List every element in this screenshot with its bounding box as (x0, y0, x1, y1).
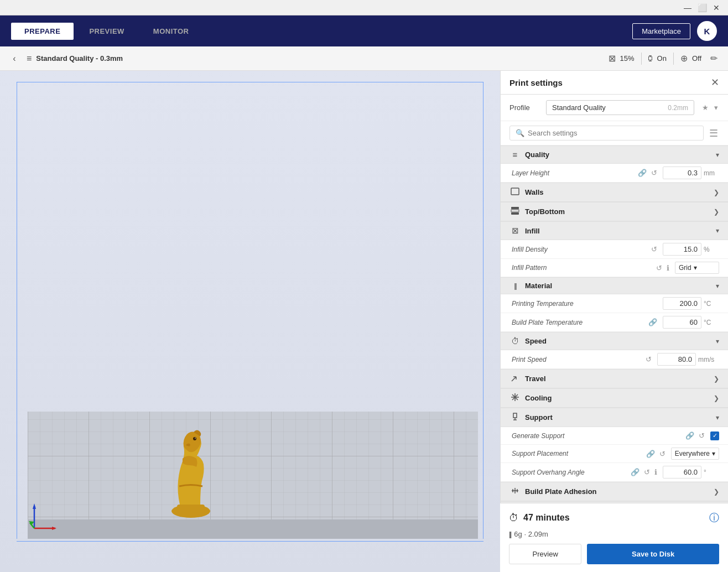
toolbar: ‹ ≡ Standard Quality - 0.3mm ⊠ 15% ⧮ On … (0, 46, 728, 71)
marketplace-button[interactable]: Marketplace (632, 23, 690, 39)
support-placement-link-button[interactable]: 🔗 (645, 449, 656, 459)
support-overhang-row: Support Overhang Angle 🔗 ↺ ℹ ° (501, 463, 728, 482)
printing-temp-label: Printing Temperature (512, 300, 658, 308)
infill-density-input[interactable] (663, 243, 701, 256)
buildplate-temp-label: Build Plate Temperature (512, 319, 647, 326)
infill-pattern-reset-button[interactable]: ↺ (655, 263, 663, 273)
support-section-icon (509, 412, 521, 423)
search-input[interactable] (528, 129, 698, 137)
infill-icon: ⊠ (609, 53, 616, 64)
tab-monitor[interactable]: MONITOR (140, 23, 202, 40)
section-walls[interactable]: Walls ❯ (501, 183, 728, 202)
search-row: 🔍 ☰ (501, 121, 728, 145)
layer-height-link-button[interactable]: 🔗 (637, 168, 648, 178)
minimize-button[interactable]: — (680, 1, 695, 15)
buildplate-adhesion-title: Build Plate Adhesion (525, 487, 709, 496)
support-overhang-reset-button[interactable]: ↺ (643, 467, 651, 477)
buildplate-temp-value-wrap: °C (663, 316, 719, 329)
topnav-right: Marketplace K (632, 21, 717, 41)
support-chevron: ▾ (716, 414, 719, 422)
support-overhang-link-button[interactable]: 🔗 (630, 467, 641, 477)
section-cooling[interactable]: Cooling ❯ (501, 388, 728, 408)
boundary-bottom (17, 541, 483, 542)
generate-support-checkbox[interactable]: ✓ (710, 431, 719, 440)
travel-section-icon (509, 373, 521, 384)
support-placement-row: Support Placement 🔗 ↺ Everywhere ▾ (501, 445, 728, 463)
quality-section-icon: ≡ (509, 150, 521, 159)
save-to-disk-button[interactable]: Save to Disk (587, 544, 719, 564)
print-speed-value-wrap: mm/s (657, 353, 719, 366)
infill-pattern-value: Grid (679, 264, 691, 272)
infill-section-icon: ⊠ (509, 226, 521, 236)
layer-height-input[interactable] (663, 167, 701, 179)
print-speed-input[interactable] (657, 353, 696, 366)
section-topbottom[interactable]: Top/Bottom ❯ (501, 202, 728, 221)
printing-temp-value-wrap: °C (663, 297, 719, 310)
time-value: 47 minutes (523, 513, 570, 523)
print-speed-row: Print Speed ↺ mm/s (501, 350, 728, 369)
support-overhang-input[interactable] (663, 466, 701, 479)
generate-support-link-button[interactable]: 🔗 (684, 430, 695, 441)
travel-section-title: Travel (525, 375, 709, 383)
print-speed-unit: mm/s (698, 356, 719, 363)
support-overhang-unit: ° (704, 469, 719, 476)
support-placement-reset-button[interactable]: ↺ (658, 449, 667, 459)
settings-menu-button[interactable]: ☰ (708, 126, 719, 141)
tab-preview[interactable]: PREVIEW (76, 23, 137, 40)
user-avatar[interactable]: K (697, 21, 717, 41)
section-travel[interactable]: Travel ❯ (501, 369, 728, 388)
bottom-bar: ⏱ 47 minutes ⓘ ||| 6g · 2.09m Preview Sa… (500, 503, 728, 572)
infill-density-reset-button[interactable]: ↺ (650, 244, 658, 254)
preview-button[interactable]: Preview (509, 544, 581, 564)
walls-chevron: ❯ (714, 189, 719, 196)
topbottom-chevron: ❯ (714, 208, 719, 216)
panel-close-button[interactable]: ✕ (711, 77, 719, 87)
layer-height-label: Layer Height (512, 169, 637, 177)
support-on-label: On (657, 54, 667, 63)
buildplate-temp-link-button[interactable]: 🔗 (647, 317, 658, 327)
tab-prepare[interactable]: PREPARE (11, 23, 74, 40)
section-quality[interactable]: ≡ Quality ▾ (501, 145, 728, 164)
infill-pattern-select[interactable]: Grid ▾ (675, 262, 719, 274)
section-speed[interactable]: ⏱ Speed ▾ (501, 332, 728, 350)
settings-list[interactable]: ≡ Quality ▾ Layer Height 🔗 ↺ mm (501, 145, 728, 537)
collapse-panel-button[interactable]: ‹ (7, 51, 22, 66)
svg-rect-2 (28, 412, 478, 522)
buildplate-temp-input[interactable] (663, 316, 701, 329)
viewport[interactable] (0, 71, 500, 572)
close-button[interactable]: ✕ (709, 1, 724, 15)
generate-support-reset-button[interactable]: ↺ (698, 430, 706, 441)
section-support[interactable]: Support ▾ (501, 408, 728, 427)
profile-select[interactable]: Standard Quality 0.2mm (546, 100, 694, 115)
printing-temp-input[interactable] (663, 297, 701, 310)
cooling-chevron: ❯ (714, 394, 719, 402)
print-speed-reset-button[interactable]: ↺ (644, 354, 653, 365)
info-button[interactable]: ⓘ (709, 511, 719, 524)
section-buildplate-adhesion[interactable]: Build Plate Adhesion ❯ (501, 482, 728, 501)
speed-chevron: ▾ (716, 337, 719, 345)
material-section-icon: ||| (509, 282, 521, 290)
topnav: PREPARE PREVIEW MONITOR Marketplace K (0, 15, 728, 46)
maximize-button[interactable]: ⬜ (695, 1, 709, 15)
quality-label: Standard Quality - 0.3mm (36, 54, 123, 63)
material-value: 6g · 2.09m (514, 530, 548, 538)
profile-row: Profile Standard Quality 0.2mm ★ ▾ (501, 95, 728, 121)
infill-density-actions: ↺ (650, 244, 658, 254)
buildplate-temp-actions: 🔗 (647, 317, 658, 327)
support-placement-select[interactable]: Everywhere ▾ (671, 448, 719, 460)
infill-pattern-info-button[interactable]: ℹ (665, 263, 670, 273)
section-infill[interactable]: ⊠ Infill ▾ (501, 221, 728, 240)
layer-height-reset-button[interactable]: ↺ (650, 168, 658, 178)
svg-rect-16 (511, 212, 519, 215)
profile-star-button[interactable]: ★ (701, 102, 710, 113)
material-icon: ||| (509, 531, 511, 538)
edit-settings-button[interactable]: ✏ (706, 51, 721, 66)
section-material[interactable]: ||| Material ▾ (501, 277, 728, 294)
support-overhang-info-button[interactable]: ℹ (653, 467, 658, 477)
svg-rect-22 (513, 413, 517, 418)
infill-pattern-row: Infill Pattern ↺ ℹ Grid ▾ (501, 259, 728, 277)
profile-chevron-button[interactable]: ▾ (713, 102, 719, 113)
cooling-section-icon (509, 393, 521, 403)
cooling-section-title: Cooling (525, 394, 709, 402)
grid-svg (28, 395, 478, 539)
